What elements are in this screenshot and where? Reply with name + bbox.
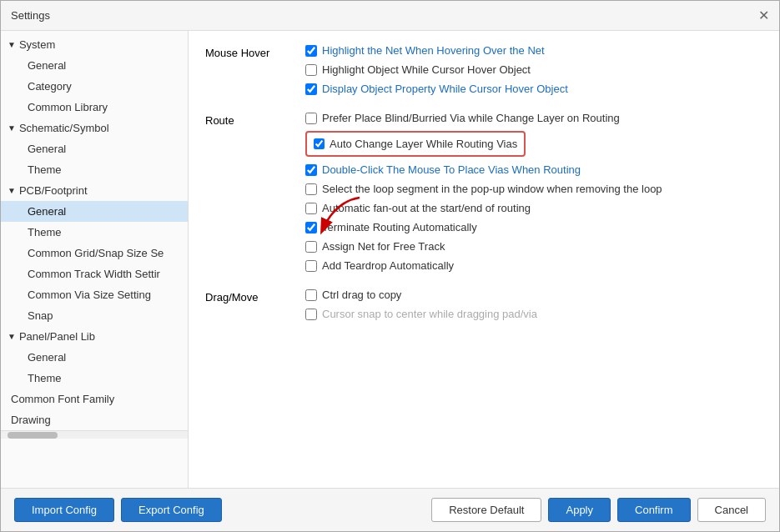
- sidebar-item-system-category[interactable]: Category: [1, 76, 188, 97]
- close-button[interactable]: ✕: [758, 9, 769, 23]
- sidebar-item-schematic-general[interactable]: General: [1, 138, 188, 159]
- checkbox-select-loop[interactable]: [305, 183, 317, 195]
- sidebar-group-system[interactable]: ▼ System: [1, 34, 188, 55]
- import-config-button[interactable]: Import Config: [14, 498, 114, 522]
- title-bar: Settings ✕: [1, 1, 779, 31]
- checkbox-fan-out[interactable]: [305, 203, 317, 214]
- checkbox-assign-net[interactable]: [305, 241, 317, 253]
- drag-move-checks: Ctrl drag to copy Cursor snap to center …: [305, 289, 762, 327]
- chevron-down-icon: ▼: [8, 332, 16, 341]
- label-assign-net: Assign Net for Free Track: [322, 240, 445, 253]
- sidebar-horizontal-scrollbar[interactable]: [1, 430, 189, 439]
- sidebar-group-pcb[interactable]: ▼ PCB/Footprint: [1, 180, 188, 201]
- label-double-click: Double-Click The Mouse To Place Vias Whe…: [322, 163, 581, 176]
- check-row-teardrop: Add Teardrop Automatically: [305, 259, 762, 272]
- check-row-display-property: Display Object Property While Cursor Hov…: [305, 83, 762, 95]
- check-row-cursor-snap: Cursor snap to center while dragging pad…: [305, 308, 762, 320]
- checkbox-prefer-blind[interactable]: [305, 113, 317, 124]
- mouse-hover-label: Mouse Hover: [205, 44, 305, 59]
- check-row-double-click: Double-Click The Mouse To Place Vias Whe…: [305, 163, 762, 176]
- sidebar-group-schematic[interactable]: ▼ Schematic/Symbol: [1, 118, 188, 138]
- bottom-bar: Import Config Export Config Restore Defa…: [1, 488, 779, 531]
- sidebar-group-panel-label: Panel/Panel Lib: [19, 330, 95, 343]
- checkbox-double-click[interactable]: [305, 164, 317, 176]
- mouse-hover-section: Mouse Hover Highlight the Net When Hover…: [205, 44, 762, 102]
- chevron-down-icon: ▼: [8, 186, 16, 195]
- checkbox-cursor-snap[interactable]: [305, 309, 317, 320]
- sidebar-group-system-label: System: [19, 38, 55, 51]
- mouse-hover-checks: Highlight the Net When Hovering Over the…: [305, 44, 762, 102]
- drag-move-section: Drag/Move Ctrl drag to copy Cursor snap …: [205, 289, 762, 327]
- sidebar-item-panel-general[interactable]: General: [1, 347, 188, 368]
- sidebar-item-panel-theme[interactable]: Theme: [1, 368, 188, 389]
- bottom-left-buttons: Import Config Export Config: [14, 498, 222, 522]
- label-ctrl-drag: Ctrl drag to copy: [322, 289, 401, 301]
- route-section: Route Prefer Place Blind/Burried Via whi…: [205, 112, 762, 279]
- drag-move-label: Drag/Move: [205, 289, 305, 304]
- label-select-loop: Select the loop segment in the pop-up wi…: [322, 183, 662, 195]
- window-title: Settings: [11, 9, 50, 22]
- sidebar-item-drawing[interactable]: Drawing: [1, 409, 188, 430]
- label-display-property: Display Object Property While Cursor Hov…: [322, 83, 568, 95]
- sidebar-item-pcb-snap[interactable]: Snap: [1, 305, 188, 326]
- label-fan-out: Automatic fan-out at the start/end of ro…: [322, 202, 531, 214]
- sidebar-group-schematic-label: Schematic/Symbol: [19, 122, 109, 134]
- sidebar-item-pcb-track-width[interactable]: Common Track Width Settir: [1, 263, 188, 284]
- highlighted-auto-change: Auto Change Layer While Routing Vias: [305, 131, 526, 157]
- scroll-thumb: [8, 432, 58, 439]
- sidebar-item-pcb-general[interactable]: General: [1, 201, 188, 222]
- check-row-fan-out: Automatic fan-out at the start/end of ro…: [305, 202, 762, 214]
- sidebar-item-system-general[interactable]: General: [1, 55, 188, 76]
- sidebar-item-pcb-theme[interactable]: Theme: [1, 222, 188, 243]
- label-auto-change-layer: Auto Change Layer While Routing Vias: [330, 138, 517, 150]
- cancel-button[interactable]: Cancel: [697, 498, 766, 522]
- sidebar-group-pcb-label: PCB/Footprint: [19, 184, 88, 197]
- sidebar: ▼ System General Category Common Library…: [1, 31, 189, 488]
- label-cursor-snap: Cursor snap to center while dragging pad…: [322, 308, 537, 320]
- label-prefer-blind: Prefer Place Blind/Burried Via while Cha…: [322, 112, 620, 124]
- route-checks: Prefer Place Blind/Burried Via while Cha…: [305, 112, 762, 279]
- chevron-down-icon: ▼: [8, 40, 16, 49]
- check-row-terminate: Terminate Routing Automatically: [305, 221, 762, 233]
- apply-button[interactable]: Apply: [548, 498, 611, 522]
- label-teardrop: Add Teardrop Automatically: [322, 259, 454, 272]
- check-row-ctrl-drag: Ctrl drag to copy: [305, 289, 762, 301]
- checkbox-teardrop[interactable]: [305, 260, 317, 272]
- check-row-assign-net: Assign Net for Free Track: [305, 240, 762, 253]
- confirm-button[interactable]: Confirm: [617, 498, 691, 522]
- chevron-down-icon: ▼: [8, 123, 16, 133]
- sidebar-item-pcb-grid-snap[interactable]: Common Grid/Snap Size Se: [1, 243, 188, 263]
- sidebar-item-schematic-theme[interactable]: Theme: [1, 159, 188, 180]
- check-row-select-loop: Select the loop segment in the pop-up wi…: [305, 183, 762, 195]
- checkbox-terminate[interactable]: [305, 222, 317, 233]
- sidebar-item-common-library[interactable]: Common Library: [1, 97, 188, 118]
- checkbox-ctrl-drag[interactable]: [305, 289, 317, 301]
- content-area: ▼ System General Category Common Library…: [1, 31, 779, 488]
- settings-window: Settings ✕ ▼ System General Category Com…: [0, 0, 780, 532]
- label-highlight-net: Highlight the Net When Hovering Over the…: [322, 44, 545, 57]
- export-config-button[interactable]: Export Config: [121, 498, 222, 522]
- label-terminate: Terminate Routing Automatically: [322, 221, 477, 233]
- check-row-prefer-blind: Prefer Place Blind/Burried Via while Cha…: [305, 112, 762, 124]
- bottom-right-buttons: Restore Default Apply Confirm Cancel: [431, 498, 766, 522]
- checkbox-auto-change-layer[interactable]: [314, 138, 325, 149]
- check-row-highlight-object: Highlight Object While Cursor Hover Obje…: [305, 63, 762, 76]
- sidebar-group-panel[interactable]: ▼ Panel/Panel Lib: [1, 326, 188, 347]
- checkbox-display-property[interactable]: [305, 83, 317, 95]
- checkbox-highlight-object[interactable]: [305, 64, 317, 76]
- label-highlight-object: Highlight Object While Cursor Hover Obje…: [322, 63, 531, 76]
- sidebar-item-common-font[interactable]: Common Font Family: [1, 389, 188, 409]
- route-label: Route: [205, 112, 305, 127]
- main-settings-panel: Mouse Hover Highlight the Net When Hover…: [189, 31, 779, 488]
- sidebar-item-pcb-via-size[interactable]: Common Via Size Setting: [1, 284, 188, 305]
- restore-default-button[interactable]: Restore Default: [431, 498, 541, 522]
- check-row-highlight-net: Highlight the Net When Hovering Over the…: [305, 44, 762, 57]
- checkbox-highlight-net[interactable]: [305, 45, 317, 57]
